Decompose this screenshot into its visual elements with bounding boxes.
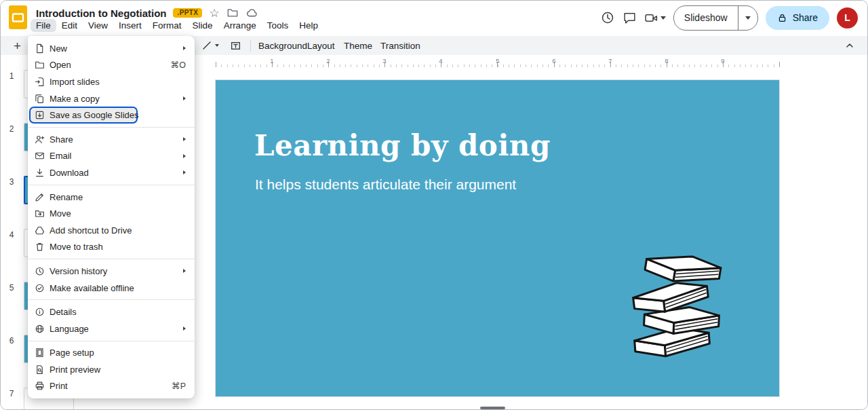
move-folder-icon[interactable]: [226, 7, 239, 19]
file-menu-item-make-available-offline[interactable]: Make available offline: [28, 280, 195, 297]
file-menu-item-rename[interactable]: Rename: [28, 189, 195, 206]
submenu-arrow-icon: [183, 170, 186, 174]
info-icon: [34, 307, 45, 318]
line-tool-caret-icon[interactable]: [215, 44, 219, 47]
version-history-icon[interactable]: [600, 10, 615, 25]
file-menu-item-add-shortcut-to-drive[interactable]: Add shortcut to Drive: [28, 222, 195, 239]
drive-icon: [34, 225, 45, 236]
share-button[interactable]: Share: [766, 6, 829, 30]
menu-edit[interactable]: Edit: [56, 19, 83, 32]
rename-pencil-icon: [34, 191, 45, 202]
menu-slide[interactable]: Slide: [187, 19, 218, 32]
menu-view[interactable]: View: [83, 19, 113, 32]
slide-number: 1: [5, 71, 18, 81]
file-menu-dropdown: New Open ⌘O Import slides Make a copy: [28, 36, 195, 398]
download-icon: [34, 167, 45, 178]
top-bar: Introduction to Negotiation .PPTX ☆ File…: [1, 1, 867, 35]
line-tool-icon[interactable]: [201, 40, 212, 51]
offline-check-icon: [34, 282, 45, 293]
menu-insert[interactable]: Insert: [113, 19, 147, 32]
comments-icon[interactable]: [623, 11, 637, 25]
file-menu-item-open[interactable]: Open ⌘O: [28, 57, 195, 74]
menu-format[interactable]: Format: [147, 19, 187, 32]
ruler-mark: 7: [608, 57, 612, 64]
submenu-arrow-icon: [183, 96, 186, 100]
star-icon[interactable]: ☆: [209, 7, 219, 19]
submenu-arrow-icon: [183, 46, 186, 50]
document-title[interactable]: Introduction to Negotiation: [36, 7, 166, 19]
menu-file[interactable]: File: [31, 19, 56, 32]
copy-icon: [34, 93, 45, 104]
theme-button[interactable]: Theme: [338, 39, 378, 53]
new-slide-button[interactable]: +: [14, 39, 21, 52]
slideshow-button[interactable]: Slideshow: [674, 6, 738, 30]
slide-number: 3: [5, 177, 18, 187]
submenu-arrow-icon: [183, 269, 186, 273]
file-menu-item-print-preview[interactable]: Print preview: [28, 361, 195, 378]
open-folder-icon: [34, 60, 45, 71]
pptx-badge: .PPTX: [173, 8, 202, 18]
slide-subtitle[interactable]: It helps students articulate their argum…: [255, 176, 516, 193]
account-avatar[interactable]: L: [837, 7, 858, 29]
menu-bar: File Edit View Insert Format Slide Arran…: [31, 19, 323, 32]
slideshow-dropdown-caret[interactable]: [738, 6, 757, 30]
file-menu-item-save-as-google-slides[interactable]: Save as Google Slides: [28, 107, 195, 124]
slide-title[interactable]: Learning by doing: [254, 129, 551, 162]
move-folder-icon: [34, 208, 45, 219]
toolbar-divider: [250, 39, 251, 52]
submenu-arrow-icon: [183, 137, 186, 141]
email-icon: [34, 151, 45, 162]
text-box-tool-icon[interactable]: [230, 40, 241, 52]
transition-button[interactable]: Transition: [375, 39, 426, 53]
google-slides-window: Introduction to Negotiation .PPTX ☆ File…: [0, 0, 868, 410]
import-slides-icon: [34, 76, 45, 87]
page-setup-icon: [34, 348, 45, 358]
file-menu-item-details[interactable]: Details: [28, 303, 195, 320]
stacked-books-image[interactable]: [614, 240, 750, 362]
submenu-arrow-icon: [183, 327, 186, 331]
globe-icon: [34, 323, 45, 334]
meet-camera-icon[interactable]: [644, 11, 666, 25]
ruler-mark: 1: [270, 57, 273, 64]
menu-tools[interactable]: Tools: [262, 19, 294, 32]
file-menu-item-move-to-trash[interactable]: Move to trash: [28, 239, 195, 256]
menu-arrange[interactable]: Arrange: [218, 19, 262, 32]
camera-dropdown-caret-icon[interactable]: [660, 16, 666, 20]
menu-separator: [28, 299, 195, 300]
slides-logo-icon[interactable]: [9, 5, 27, 29]
share-button-label: Share: [793, 12, 818, 23]
ruler-mark: 3: [382, 57, 386, 64]
file-menu-item-print[interactable]: Print ⌘P: [28, 378, 195, 395]
menu-separator: [28, 259, 195, 259]
file-menu-item-version-history[interactable]: Version history: [28, 263, 195, 280]
clock-history-icon: [34, 265, 45, 276]
file-menu-item-import-slides[interactable]: Import slides: [28, 73, 195, 90]
slide-number: 5: [5, 283, 18, 293]
slideshow-split-button: Slideshow: [673, 5, 758, 31]
menu-separator: [28, 127, 195, 128]
save-as-slides-icon: [34, 110, 45, 121]
file-menu-item-share[interactable]: Share: [28, 131, 195, 148]
trash-icon: [34, 242, 45, 253]
file-menu-item-new[interactable]: New: [28, 40, 195, 57]
layout-button[interactable]: Layout: [302, 39, 340, 53]
file-menu-item-make-a-copy[interactable]: Make a copy: [28, 90, 195, 107]
file-menu-item-move[interactable]: Move: [28, 205, 195, 222]
file-menu-item-download[interactable]: Download: [28, 164, 195, 181]
ruler-mark: 4: [439, 57, 442, 64]
file-menu-item-page-setup[interactable]: Page setup: [28, 345, 195, 362]
keyboard-shortcut: ⌘P: [172, 381, 186, 391]
slide-canvas[interactable]: Learning by doing It helps students arti…: [216, 80, 779, 396]
cloud-status-icon[interactable]: [245, 7, 258, 20]
print-icon: [34, 381, 45, 392]
lock-icon: [777, 13, 787, 23]
collapse-toolbar-icon[interactable]: [844, 40, 855, 51]
keyboard-shortcut: ⌘O: [171, 60, 186, 70]
menu-separator: [28, 341, 195, 341]
horizontal-scrollbar[interactable]: [480, 407, 505, 409]
menu-help[interactable]: Help: [294, 19, 323, 32]
slide-number: 6: [5, 336, 18, 346]
slide-number: 2: [5, 124, 18, 134]
file-menu-item-language[interactable]: Language: [28, 320, 195, 337]
file-menu-item-email[interactable]: Email: [28, 148, 195, 165]
